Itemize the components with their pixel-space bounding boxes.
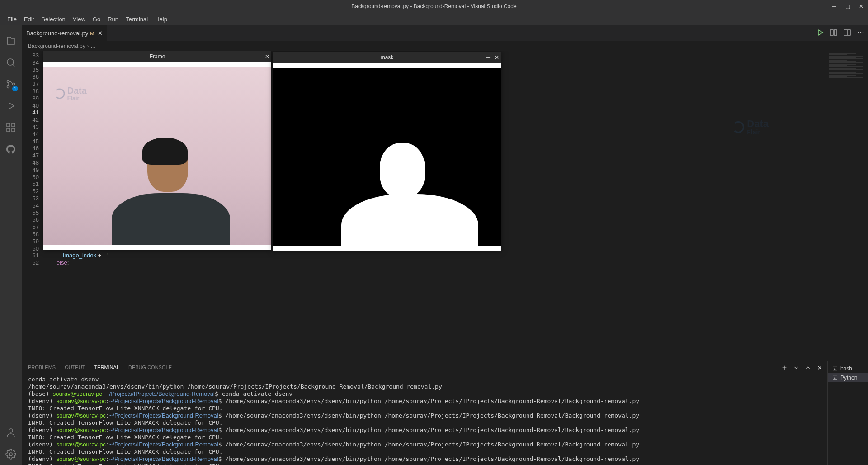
svg-point-3 xyxy=(13,83,15,85)
run-python-button[interactable] xyxy=(816,29,824,38)
source-control-icon[interactable]: 1 xyxy=(0,73,22,95)
split-editor-icon[interactable] xyxy=(844,29,851,38)
os-window-frame[interactable]: Frame ─ ✕ DataFlair xyxy=(43,51,271,250)
panel-tabs: PROBLEMS OUTPUT TERMINAL DEBUG CONSOLE xyxy=(22,361,827,375)
maximize-panel-icon[interactable] xyxy=(805,365,811,372)
svg-rect-4 xyxy=(7,123,10,127)
os-window-titlebar[interactable]: Frame ─ ✕ xyxy=(43,51,271,62)
more-actions-icon[interactable] xyxy=(857,29,864,38)
os-window-minimize-icon[interactable]: ─ xyxy=(256,53,260,60)
menu-go[interactable]: Go xyxy=(89,14,104,24)
new-terminal-icon[interactable] xyxy=(781,365,788,372)
chevron-right-icon: › xyxy=(87,43,89,49)
window-close-button[interactable]: ✕ xyxy=(854,0,868,13)
svg-rect-11 xyxy=(834,30,837,35)
menu-edit[interactable]: Edit xyxy=(20,14,38,24)
terminal-icon xyxy=(832,375,838,380)
svg-rect-10 xyxy=(830,30,833,35)
code-editor[interactable]: 3334353637383940414243444546474849505152… xyxy=(22,51,868,361)
os-window-close-icon[interactable]: ✕ xyxy=(495,54,499,61)
search-icon[interactable] xyxy=(0,52,22,73)
explorer-icon[interactable] xyxy=(0,30,22,52)
os-window-titlebar[interactable]: mask ─ ✕ xyxy=(273,52,501,63)
terminal-sidebar: bash Python xyxy=(827,361,868,465)
svg-point-14 xyxy=(860,32,861,33)
os-window-title: mask xyxy=(381,54,394,61)
os-window-title: Frame xyxy=(150,53,165,60)
tab-modified-indicator: M xyxy=(90,31,94,36)
panel-tab-output[interactable]: OUTPUT xyxy=(65,365,85,372)
svg-point-9 xyxy=(9,453,12,456)
terminal-item-label: Python xyxy=(840,375,857,381)
menu-help[interactable]: Help xyxy=(151,14,171,24)
menu-view[interactable]: View xyxy=(69,14,89,24)
breadcrumb-file: Background-removal.py xyxy=(28,43,85,49)
menu-bar: File Edit Selection View Go Run Terminal… xyxy=(0,13,868,25)
activity-bar: 1 xyxy=(0,25,22,465)
svg-point-8 xyxy=(9,429,13,432)
frame-image-view: DataFlair xyxy=(43,62,271,250)
window-title: Background-removal.py - Background-Remov… xyxy=(351,3,516,9)
panel-tab-debug-console[interactable]: DEBUG CONSOLE xyxy=(128,365,172,372)
panel-tab-problems[interactable]: PROBLEMS xyxy=(28,365,56,372)
terminal-output[interactable]: conda activate dsenv /home/sourav/anacon… xyxy=(22,375,827,465)
breadcrumb-rest: ... xyxy=(91,43,95,49)
svg-point-2 xyxy=(7,86,9,88)
svg-point-13 xyxy=(858,32,859,33)
extensions-icon[interactable] xyxy=(0,117,22,138)
github-icon[interactable] xyxy=(0,138,22,160)
terminal-dropdown-icon[interactable] xyxy=(793,365,799,372)
window-minimize-button[interactable]: ─ xyxy=(827,0,841,13)
svg-rect-7 xyxy=(12,128,15,132)
settings-gear-icon[interactable] xyxy=(0,443,22,465)
menu-file[interactable]: File xyxy=(4,14,20,24)
window-titlebar: Background-removal.py - Background-Remov… xyxy=(0,0,868,13)
window-maximize-button[interactable]: ▢ xyxy=(841,0,854,13)
terminal-icon xyxy=(832,366,838,371)
scm-badge: 1 xyxy=(12,86,18,91)
terminal-item-python[interactable]: Python xyxy=(828,373,868,382)
panel-tab-terminal[interactable]: TERMINAL xyxy=(94,365,119,372)
silhouette xyxy=(341,143,478,246)
editor-tab-active[interactable]: Background-removal.py M ✕ xyxy=(22,25,108,41)
svg-point-1 xyxy=(7,81,9,83)
bottom-panel: PROBLEMS OUTPUT TERMINAL DEBUG CONSOLE c… xyxy=(22,361,868,465)
os-window-close-icon[interactable]: ✕ xyxy=(265,53,269,60)
svg-point-15 xyxy=(863,32,863,33)
svg-rect-17 xyxy=(833,376,837,380)
menu-selection[interactable]: Selection xyxy=(38,14,69,24)
mask-image-view xyxy=(273,63,501,251)
tab-filename: Background-removal.py xyxy=(26,30,88,37)
os-window-mask[interactable]: mask ─ ✕ xyxy=(273,52,501,251)
svg-rect-5 xyxy=(12,123,15,127)
minimap[interactable] xyxy=(827,51,868,142)
accounts-icon[interactable] xyxy=(0,422,22,443)
split-compare-icon[interactable] xyxy=(830,29,837,38)
menu-run[interactable]: Run xyxy=(104,14,122,24)
watermark: DataFlair xyxy=(54,86,87,101)
svg-rect-16 xyxy=(833,367,837,370)
breadcrumb[interactable]: Background-removal.py › ... xyxy=(22,41,868,51)
menu-terminal[interactable]: Terminal xyxy=(122,14,151,24)
svg-rect-6 xyxy=(7,128,10,132)
line-number-gutter: 3334353637383940414243444546474849505152… xyxy=(22,51,43,361)
svg-point-0 xyxy=(7,59,14,65)
tab-close-icon[interactable]: ✕ xyxy=(98,30,103,37)
terminal-item-bash[interactable]: bash xyxy=(828,364,868,373)
os-window-minimize-icon[interactable]: ─ xyxy=(486,54,490,61)
terminal-item-label: bash xyxy=(840,365,852,372)
run-debug-icon[interactable] xyxy=(0,95,22,117)
close-panel-icon[interactable] xyxy=(816,365,823,372)
editor-tabs: Background-removal.py M ✕ xyxy=(22,25,868,41)
person-figure xyxy=(112,142,230,245)
